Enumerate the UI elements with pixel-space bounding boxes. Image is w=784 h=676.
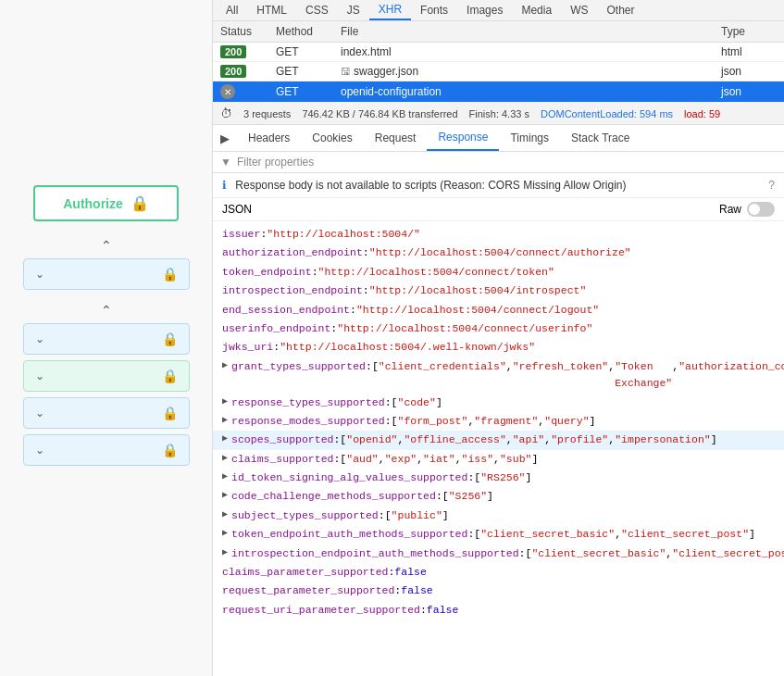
json-collapsible-line[interactable]: ▶subject_types_supported: [ "public" ] [213, 507, 784, 525]
file-cell: 🖫 swagger.json [341, 65, 721, 78]
chevron-down-icon-4: ⌄ [35, 407, 44, 419]
authorize-button[interactable]: Authorize 🔒 [33, 185, 179, 221]
dom-content-loaded: DOMContentLoaded: 594 ms [541, 108, 673, 119]
json-line: issuer: "http://localhost:5004/" [213, 225, 784, 244]
json-collapsible-line[interactable]: ▶token_endpoint_auth_methods_supported: … [213, 525, 784, 544]
expand-icon: ▶ [222, 358, 228, 373]
status-cell: ✕ [220, 84, 276, 99]
type-tab-images[interactable]: Images [457, 0, 512, 20]
file-cell: openid-configuration [341, 85, 721, 98]
lock-icon: 🔒 [131, 194, 149, 212]
json-header: JSON Raw [213, 198, 784, 221]
status-badge: 200 [220, 65, 246, 78]
filter-bar: ▼ Filter properties [213, 152, 784, 173]
type-tab-media[interactable]: Media [512, 0, 561, 20]
method-cell: GET [276, 65, 341, 78]
help-icon[interactable]: ? [768, 179, 775, 192]
file-cell: index.html [341, 45, 721, 58]
devtools-panel: AllHTMLCSSJSXHRFontsImagesMediaWSOther S… [213, 0, 784, 676]
expand-icon: ▶ [222, 526, 228, 541]
type-tab-other[interactable]: Other [597, 0, 643, 20]
info-icon: ℹ [222, 179, 227, 192]
json-collapsible-line[interactable]: ▶introspection_endpoint_auth_methods_sup… [213, 545, 784, 563]
type-tab-js[interactable]: JS [338, 0, 369, 20]
chevron-down-icon-2: ⌄ [35, 332, 44, 345]
json-line: end_session_endpoint: "http://localhost:… [213, 301, 784, 319]
expand-icon: ▶ [222, 488, 228, 503]
chevron-down-icon-5: ⌄ [35, 444, 44, 457]
expand-icon: ▶ [222, 469, 228, 484]
accordion-item-3[interactable]: ⌄ 🔒 [23, 360, 190, 392]
detail-tab-timings[interactable]: Timings [499, 125, 560, 151]
detail-tabs: ▶ HeadersCookiesRequestResponseTimingsSt… [213, 125, 784, 152]
json-collapsible-line[interactable]: ▶code_challenge_methods_supported: [ "S2… [213, 487, 784, 506]
type-tab-all[interactable]: All [217, 0, 247, 20]
authorize-label: Authorize [63, 196, 123, 211]
json-collapsible-line[interactable]: ▶response_types_supported: [ "code" ] [213, 394, 784, 412]
accordion-item-5[interactable]: ⌄ 🔒 [23, 434, 190, 466]
method-cell: GET [276, 85, 341, 98]
detail-tab-headers[interactable]: Headers [237, 125, 301, 151]
network-rows: 200GETindex.htmlhtml200GET🖫 swagger.json… [213, 43, 784, 103]
json-collapsible-line[interactable]: ▶response_modes_supported: [ "form_post"… [213, 412, 784, 431]
accordion-item-4[interactable]: ⌄ 🔒 [23, 397, 190, 429]
filter-placeholder: Filter properties [237, 156, 314, 169]
cors-warning: ℹ Response body is not available to scri… [213, 173, 784, 198]
detail-tab-response[interactable]: Response [427, 125, 499, 151]
timer-icon: ⏱ [220, 106, 232, 120]
finish-time: Finish: 4.33 s [469, 108, 529, 119]
network-row[interactable]: ✕GETopenid-configurationjson [213, 81, 784, 103]
transferred-size: 746.42 KB / 746.84 KB transferred [302, 108, 457, 119]
stats-bar: ⏱ 3 requests 746.42 KB / 746.84 KB trans… [213, 103, 784, 125]
detail-tab-cookies[interactable]: Cookies [301, 125, 363, 151]
expand-icon: ▶ [222, 394, 228, 409]
type-tab-xhr[interactable]: XHR [369, 0, 411, 20]
json-body: issuer: "http://localhost:5004/"authoriz… [213, 221, 784, 676]
expand-icon: ▶ [222, 545, 228, 560]
cache-icon: 🖫 [341, 66, 354, 77]
type-tab-ws[interactable]: WS [561, 0, 597, 20]
network-row[interactable]: 200GET🖫 swagger.jsonjson [213, 62, 784, 81]
lock-icon-3: 🔒 [162, 369, 178, 383]
detail-content: ▶ HeadersCookiesRequestResponseTimingsSt… [213, 125, 784, 676]
raw-toggle: Raw [719, 202, 775, 217]
accordion-arrow-up-1[interactable]: ⌃ [23, 238, 190, 253]
json-collapsible-line[interactable]: ▶claims_supported: [ "aud", "exp", "iat"… [213, 450, 784, 469]
accordion-item-1[interactable]: ⌄ 🔒 [23, 258, 190, 290]
cors-warning-text: ℹ Response body is not available to scri… [222, 179, 627, 192]
type-tab-fonts[interactable]: Fonts [411, 0, 457, 20]
accordion-section: ⌃ ⌄ 🔒 ⌃ ⌄ 🔒 ⌄ 🔒 ⌄ 🔒 ⌄ 🔒 [23, 231, 190, 466]
cancel-icon: ✕ [220, 84, 235, 99]
column-header-status: Status [220, 25, 276, 38]
status-badge: 200 [220, 45, 246, 58]
status-cell: 200 [220, 65, 276, 78]
column-header-type: Type [721, 25, 777, 38]
lock-icon-1: 🔒 [162, 267, 178, 282]
type-tab-css[interactable]: CSS [296, 0, 338, 20]
detail-tab-stack-trace[interactable]: Stack Trace [560, 125, 641, 151]
json-line: claims_parameter_supported: false [213, 563, 784, 582]
accordion-item-2[interactable]: ⌄ 🔒 [23, 323, 190, 355]
expand-icon: ▶ [222, 413, 228, 428]
json-collapsible-line[interactable]: ▶id_token_signing_alg_values_supported: … [213, 469, 784, 487]
column-header-method: Method [276, 25, 341, 38]
type-tab-html[interactable]: HTML [247, 0, 296, 20]
expand-icon[interactable]: ▶ [220, 131, 230, 145]
chevron-down-icon-3: ⌄ [35, 369, 44, 382]
left-panel: Authorize 🔒 ⌃ ⌄ 🔒 ⌃ ⌄ 🔒 ⌄ 🔒 ⌄ 🔒 ⌄ 🔒 [0, 0, 213, 676]
network-row[interactable]: 200GETindex.htmlhtml [213, 43, 784, 62]
json-line: token_endpoint: "http://localhost:5004/c… [213, 263, 784, 282]
accordion-arrow-up-2[interactable]: ⌃ [23, 303, 190, 318]
json-collapsible-line[interactable]: ▶grant_types_supported: [ "client_creden… [213, 357, 784, 394]
json-line: request_uri_parameter_supported: false [213, 601, 784, 620]
detail-tab-request[interactable]: Request [364, 125, 428, 151]
method-cell: GET [276, 45, 341, 58]
expand-icon: ▶ [222, 432, 228, 446]
type-cell: json [721, 85, 777, 98]
expand-icon: ▶ [222, 507, 228, 522]
raw-toggle-switch[interactable] [747, 202, 775, 217]
json-collapsible-line[interactable]: ▶scopes_supported: [ "openid", "offline_… [213, 431, 784, 449]
type-tabs: AllHTMLCSSJSXHRFontsImagesMediaWSOther [213, 0, 784, 21]
raw-label: Raw [719, 203, 741, 216]
json-line: request_parameter_supported: false [213, 582, 784, 600]
